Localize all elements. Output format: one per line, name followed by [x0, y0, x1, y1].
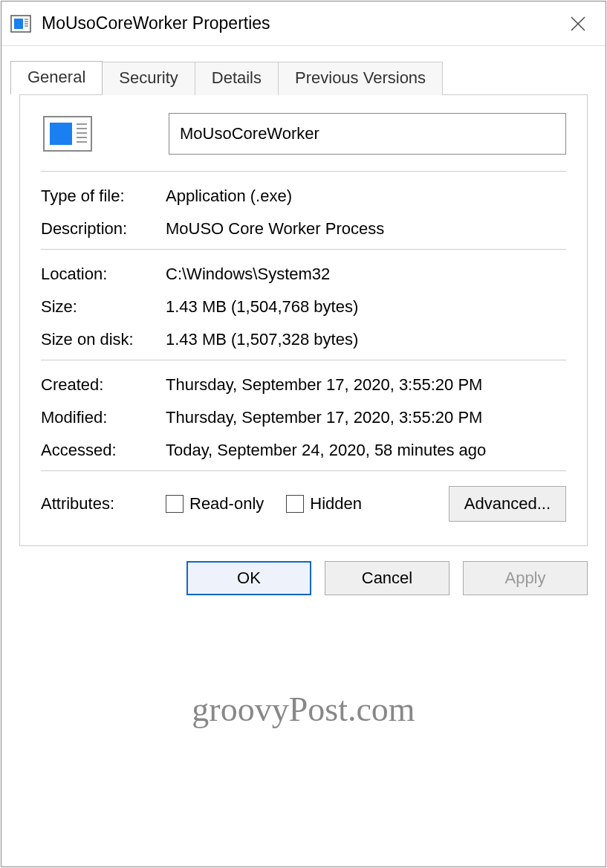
type-of-file-value: Application (.exe): [166, 187, 566, 206]
file-name-input[interactable]: [169, 113, 566, 155]
ok-button[interactable]: OK: [186, 561, 311, 595]
advanced-button[interactable]: Advanced...: [449, 486, 566, 522]
window-title: MoUsoCoreWorker Properties: [42, 13, 559, 33]
accessed-value: Today, September 24, 2020, 58 minutes ag…: [166, 441, 566, 460]
description-value: MoUSO Core Worker Process: [166, 219, 566, 239]
checkbox-box-icon: [166, 495, 184, 513]
close-button[interactable]: [559, 9, 597, 39]
location-label: Location:: [41, 265, 166, 284]
divider: [41, 171, 566, 172]
cancel-button[interactable]: Cancel: [325, 561, 449, 595]
modified-value: Thursday, September 17, 2020, 3:55:20 PM: [166, 408, 566, 427]
size-value: 1.43 MB (1,504,768 bytes): [166, 297, 566, 317]
file-type-icon: [41, 114, 94, 154]
size-on-disk-value: 1.43 MB (1,507,328 bytes): [166, 330, 566, 349]
checkbox-box-icon: [286, 495, 304, 513]
tab-general[interactable]: General: [10, 61, 103, 94]
titlebar: MoUsoCoreWorker Properties: [1, 1, 606, 46]
modified-label: Modified:: [41, 408, 166, 427]
properties-dialog: MoUsoCoreWorker Properties General Secur…: [1, 1, 606, 867]
size-on-disk-label: Size on disk:: [41, 330, 166, 349]
svg-rect-9: [50, 123, 72, 145]
type-of-file-label: Type of file:: [41, 187, 166, 206]
size-label: Size:: [41, 297, 166, 317]
tab-details[interactable]: Details: [195, 62, 279, 95]
tabs-container: General Security Details Previous Versio…: [1, 46, 606, 561]
dialog-buttons: OK Cancel Apply: [1, 561, 606, 613]
general-panel: Type of file: Application (.exe) Descrip…: [19, 94, 588, 546]
accessed-label: Accessed:: [41, 441, 166, 460]
apply-button[interactable]: Apply: [463, 561, 588, 595]
hidden-checkbox-label: Hidden: [310, 494, 362, 514]
tab-previous-versions[interactable]: Previous Versions: [278, 62, 443, 95]
svg-rect-1: [14, 19, 23, 29]
created-label: Created:: [41, 375, 166, 395]
divider: [41, 249, 566, 250]
hidden-checkbox[interactable]: Hidden: [286, 494, 362, 514]
divider: [41, 360, 566, 360]
location-value: C:\Windows\System32: [166, 265, 566, 284]
divider: [41, 470, 566, 471]
description-label: Description:: [41, 219, 166, 239]
attributes-label: Attributes:: [41, 494, 166, 514]
created-value: Thursday, September 17, 2020, 3:55:20 PM: [166, 375, 566, 395]
tab-security[interactable]: Security: [102, 62, 195, 95]
readonly-checkbox[interactable]: Read-only: [166, 494, 264, 514]
app-icon: [10, 13, 31, 34]
readonly-checkbox-label: Read-only: [189, 494, 264, 514]
close-icon: [570, 16, 586, 32]
file-name-row: [41, 113, 566, 155]
